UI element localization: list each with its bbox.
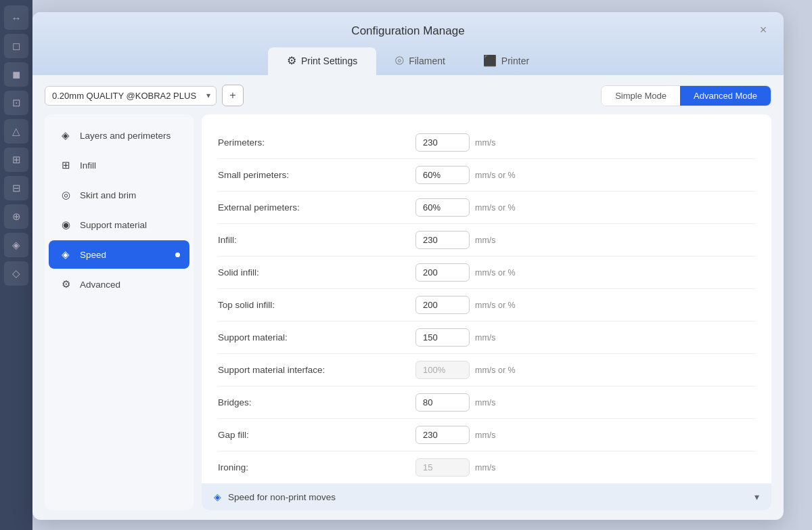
bridges-unit: mm/s bbox=[475, 398, 496, 407]
top-solid-infill-input[interactable] bbox=[415, 296, 470, 314]
setting-row-solid-infill: Solid infill: mm/s or % bbox=[218, 257, 755, 289]
sidebar-item-skirt-brim[interactable]: ◎ Skirt and brim bbox=[49, 181, 189, 209]
ironing-input-wrap: mm/s bbox=[415, 458, 755, 477]
sidebar: ◈ Layers and perimeters ⊞ Infill ◎ Skirt… bbox=[45, 114, 194, 510]
solid-infill-unit: mm/s or % bbox=[475, 268, 516, 278]
toolbar-icon-6[interactable]: ⊞ bbox=[4, 148, 28, 172]
solid-infill-label: Solid infill: bbox=[218, 267, 407, 278]
tabs-row: ⚙ Print Settings ⦾ Filament ⬛ Printer bbox=[49, 47, 767, 75]
toolbar-icon-4[interactable]: ⊡ bbox=[4, 91, 28, 115]
printer-icon: ⬛ bbox=[483, 54, 497, 67]
sidebar-item-layers-perimeters[interactable]: ◈ Layers and perimeters bbox=[49, 121, 189, 150]
support-material-speed-input[interactable] bbox=[415, 328, 470, 347]
setting-row-infill: Infill: mm/s bbox=[218, 224, 755, 257]
tab-print-settings[interactable]: ⚙ Print Settings bbox=[268, 47, 376, 75]
gap-fill-input[interactable] bbox=[415, 426, 470, 444]
support-material-interface-input[interactable] bbox=[415, 361, 470, 379]
tab-filament[interactable]: ⦾ Filament bbox=[376, 47, 464, 75]
tab-printer[interactable]: ⬛ Printer bbox=[464, 47, 548, 75]
infill-speed-input[interactable] bbox=[415, 231, 470, 249]
toolbar-icon-7[interactable]: ⊟ bbox=[4, 176, 28, 200]
external-perimeters-label: External perimeters: bbox=[218, 202, 407, 213]
bridges-input[interactable] bbox=[415, 393, 470, 412]
filament-icon: ⦾ bbox=[395, 55, 404, 67]
setting-row-perimeters: Perimeters: mm/s bbox=[218, 127, 755, 159]
tab-printer-label: Printer bbox=[501, 56, 529, 66]
tab-print-settings-label: Print Settings bbox=[301, 56, 357, 66]
dialog-body: 0.20mm QUALITY @KOBRA2 PLUS + Simple Mod… bbox=[32, 75, 784, 520]
infill-icon: ⊞ bbox=[58, 158, 73, 173]
content-area: ◈ Layers and perimeters ⊞ Infill ◎ Skirt… bbox=[45, 114, 771, 510]
layers-icon: ◈ bbox=[58, 128, 73, 143]
sidebar-item-speed[interactable]: ◈ Speed bbox=[49, 240, 189, 269]
sidebar-item-support-label: Support material bbox=[80, 220, 147, 230]
gap-fill-label: Gap fill: bbox=[218, 430, 407, 440]
profile-select-wrapper: 0.20mm QUALITY @KOBRA2 PLUS bbox=[45, 86, 217, 106]
support-material-unit: mm/s bbox=[475, 333, 496, 343]
settings-panel: Perimeters: mm/s Small perimeters: mm/s … bbox=[202, 114, 771, 510]
top-solid-infill-input-wrap: mm/s or % bbox=[415, 296, 755, 314]
support-icon: ◉ bbox=[58, 217, 73, 232]
toolbar-icon-2[interactable]: ◻ bbox=[4, 34, 28, 58]
solid-infill-input[interactable] bbox=[415, 263, 470, 282]
config-manage-dialog: Configuration Manage × ⚙ Print Settings … bbox=[32, 12, 784, 520]
non-print-label: Speed for non-print moves bbox=[228, 492, 336, 502]
top-solid-infill-unit: mm/s or % bbox=[475, 301, 516, 310]
toolbar-icon-9[interactable]: ◈ bbox=[4, 233, 28, 257]
bridges-label: Bridges: bbox=[218, 397, 407, 407]
close-button[interactable]: × bbox=[755, 22, 771, 38]
add-profile-button[interactable]: + bbox=[222, 85, 244, 106]
dialog-title: Configuration Manage bbox=[49, 24, 767, 38]
setting-row-support-material: Support material: mm/s bbox=[218, 322, 755, 354]
advanced-mode-button[interactable]: Advanced Mode bbox=[680, 86, 771, 106]
gap-fill-input-wrap: mm/s bbox=[415, 426, 755, 444]
sidebar-item-advanced-label: Advanced bbox=[80, 280, 120, 290]
support-material-input-wrap: mm/s bbox=[415, 328, 755, 347]
support-material-interface-input-wrap: mm/s or % bbox=[415, 361, 755, 379]
infill-input-wrap: mm/s bbox=[415, 231, 755, 249]
toolbar-icon-1[interactable]: ↔ bbox=[4, 5, 28, 30]
print-settings-icon: ⚙ bbox=[287, 54, 296, 67]
sidebar-item-speed-label: Speed bbox=[80, 250, 106, 260]
external-perimeters-unit: mm/s or % bbox=[475, 203, 516, 213]
ironing-input[interactable] bbox=[415, 458, 470, 477]
sidebar-item-infill[interactable]: ⊞ Infill bbox=[49, 151, 189, 179]
speed-non-print-section[interactable]: ◈ Speed for non-print moves ▾ bbox=[202, 483, 771, 510]
setting-row-gap-fill: Gap fill: mm/s bbox=[218, 419, 755, 451]
support-material-interface-unit: mm/s or % bbox=[475, 366, 516, 375]
perimeters-input[interactable] bbox=[415, 133, 470, 152]
mode-buttons: Simple Mode Advanced Mode bbox=[601, 85, 771, 106]
sidebar-item-layers-label: Layers and perimeters bbox=[80, 131, 171, 141]
dialog-header: Configuration Manage × ⚙ Print Settings … bbox=[32, 12, 784, 75]
small-perimeters-label: Small perimeters: bbox=[218, 170, 407, 180]
advanced-icon: ⚙ bbox=[58, 277, 73, 292]
infill-unit: mm/s bbox=[475, 236, 496, 245]
solid-infill-input-wrap: mm/s or % bbox=[415, 263, 755, 282]
sidebar-item-advanced[interactable]: ⚙ Advanced bbox=[49, 270, 189, 299]
setting-row-external-perimeters: External perimeters: mm/s or % bbox=[218, 192, 755, 224]
external-perimeters-input[interactable] bbox=[415, 198, 470, 217]
toolbar-icon-10[interactable]: ◇ bbox=[4, 261, 28, 286]
toolbar-icon-8[interactable]: ⊕ bbox=[4, 204, 28, 229]
active-dot bbox=[175, 252, 180, 257]
small-perimeters-input[interactable] bbox=[415, 166, 470, 184]
toolbar-row: 0.20mm QUALITY @KOBRA2 PLUS + Simple Mod… bbox=[45, 85, 771, 106]
settings-scroll[interactable]: Perimeters: mm/s Small perimeters: mm/s … bbox=[202, 114, 771, 483]
setting-row-small-perimeters: Small perimeters: mm/s or % bbox=[218, 159, 755, 192]
support-material-interface-label: Support material interface: bbox=[218, 365, 407, 375]
speed-icon: ◈ bbox=[58, 247, 73, 262]
chevron-down-icon: ▾ bbox=[754, 491, 759, 502]
left-toolbar: ↔ ◻ ◼ ⊡ △ ⊞ ⊟ ⊕ ◈ ◇ bbox=[0, 0, 32, 530]
toolbar-icon-3[interactable]: ◼ bbox=[4, 62, 28, 87]
small-perimeters-input-wrap: mm/s or % bbox=[415, 166, 755, 184]
sidebar-item-support-material[interactable]: ◉ Support material bbox=[49, 211, 189, 239]
simple-mode-button[interactable]: Simple Mode bbox=[602, 86, 680, 106]
ironing-label: Ironing: bbox=[218, 462, 407, 472]
gap-fill-unit: mm/s bbox=[475, 430, 496, 440]
toolbar-icon-5[interactable]: △ bbox=[4, 119, 28, 143]
perimeters-input-wrap: mm/s bbox=[415, 133, 755, 152]
setting-row-top-solid-infill: Top solid infill: mm/s or % bbox=[218, 289, 755, 322]
external-perimeters-input-wrap: mm/s or % bbox=[415, 198, 755, 217]
profile-select[interactable]: 0.20mm QUALITY @KOBRA2 PLUS bbox=[45, 86, 217, 106]
top-solid-infill-label: Top solid infill: bbox=[218, 300, 407, 310]
